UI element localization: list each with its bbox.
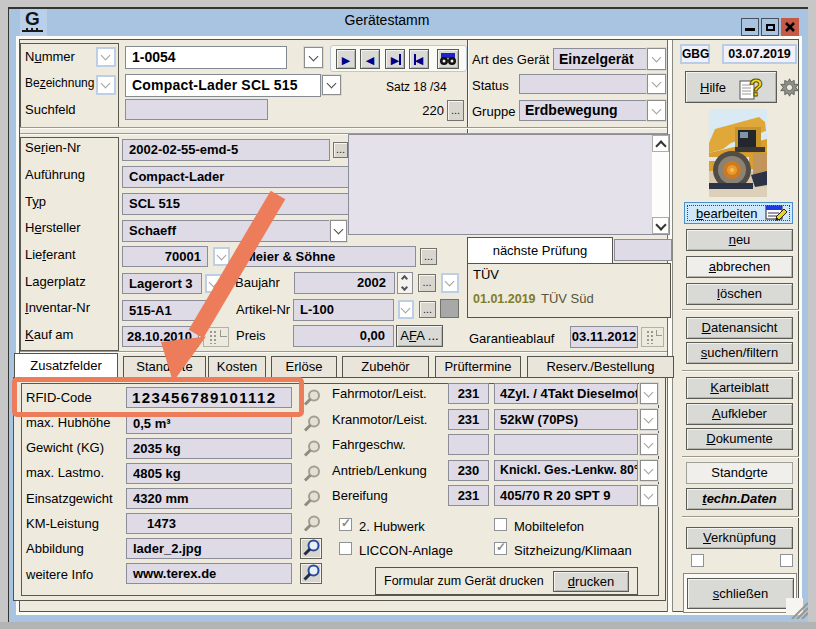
svg-text:?: ? bbox=[749, 76, 763, 101]
